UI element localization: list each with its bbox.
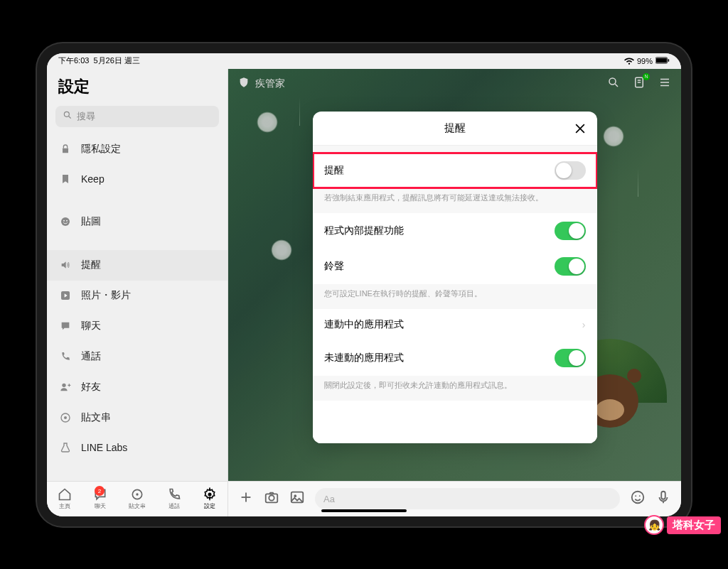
status-time: 下午6:03 <box>58 55 89 66</box>
svg-rect-35 <box>661 492 665 499</box>
search-icon <box>63 110 73 122</box>
smile-icon <box>60 216 73 227</box>
notifications-modal: 提醒 提醒 若強制結束應用程式，提醒訊息將有可能延遲送達或 <box>313 112 597 443</box>
wifi-icon <box>624 55 634 67</box>
sidebar-list[interactable]: 隱私設定 Keep 貼圖 提醒 <box>47 134 228 481</box>
modal-header: 提醒 <box>313 112 597 146</box>
modal-hint: 若強制結束應用程式，提醒訊息將有可能延遲送達或無法接收。 <box>313 188 597 213</box>
battery-percent: 99% <box>637 57 653 65</box>
status-date: 5月26日 週三 <box>93 55 139 66</box>
svg-point-33 <box>635 495 636 497</box>
main-area: 設定 搜尋 隱私設定 Keep <box>47 69 681 481</box>
tab-chat[interactable]: 2 聊天 <box>93 487 107 510</box>
tab-label: 通話 <box>168 502 180 510</box>
tab-settings[interactable]: 設定 <box>203 487 217 510</box>
lock-icon <box>60 143 73 155</box>
modal-row-inapp: 程式內部提醒功能 <box>313 213 597 249</box>
speaker-icon <box>60 259 73 271</box>
mic-icon[interactable] <box>655 489 671 508</box>
tab-timeline[interactable]: 貼文串 <box>129 487 146 510</box>
sidebar-label: 照片・影片 <box>81 289 131 302</box>
sound-toggle[interactable] <box>555 257 586 276</box>
settings-sidebar: 設定 搜尋 隱私設定 Keep <box>47 69 228 481</box>
close-icon[interactable] <box>573 121 587 136</box>
search-placeholder: 搜尋 <box>77 110 95 123</box>
tab-label: 貼文串 <box>129 502 146 510</box>
chat-badge: 2 <box>95 486 105 496</box>
flask-icon <box>60 442 73 453</box>
input-placeholder: Aa <box>323 494 335 504</box>
plus-icon[interactable] <box>238 489 254 508</box>
row-label: 鈴聲 <box>324 260 344 273</box>
modal-row-sound: 鈴聲 <box>313 249 597 284</box>
sidebar-label: LINE Labs <box>81 442 127 453</box>
sidebar-label: 貼文串 <box>81 411 111 424</box>
sidebar-title: 設定 <box>47 69 228 102</box>
sidebar-label: 通話 <box>81 350 101 363</box>
sidebar-item-stickers[interactable]: 貼圖 <box>47 207 228 237</box>
tab-label: 聊天 <box>95 502 106 510</box>
watermark-avatar: 👧 <box>644 515 664 535</box>
tab-label: 主頁 <box>59 502 70 510</box>
ipad-frame: 下午6:03 5月26日 週三 99% 設定 搜尋 <box>37 43 691 526</box>
watermark: 👧 塔科女子 <box>644 515 721 535</box>
chat-icon <box>60 320 73 332</box>
home-indicator[interactable] <box>321 509 407 512</box>
modal-title: 提醒 <box>444 121 466 135</box>
svg-point-8 <box>66 220 68 221</box>
sidebar-item-notifications[interactable]: 提醒 <box>47 250 228 281</box>
tab-call[interactable]: 通話 <box>167 487 181 510</box>
svg-rect-5 <box>63 148 68 153</box>
svg-rect-2 <box>668 59 670 61</box>
sidebar-item-media[interactable]: 照片・影片 <box>47 281 228 311</box>
ipad-screen: 下午6:03 5月26日 週三 99% 設定 搜尋 <box>47 53 681 516</box>
row-label: 提醒 <box>324 164 344 177</box>
play-icon <box>60 290 73 301</box>
image-icon[interactable] <box>289 489 305 508</box>
svg-point-12 <box>64 416 67 419</box>
row-label: 未連動的應用程式 <box>324 352 404 364</box>
modal-row-notifications: 提醒 <box>313 153 597 188</box>
svg-point-24 <box>136 493 138 495</box>
modal-row-unlinked-apps: 未連動的應用程式 <box>313 340 597 376</box>
battery-icon <box>655 57 670 65</box>
sidebar-label: 聊天 <box>81 320 101 332</box>
chat-area: 疾管家 <box>228 69 681 481</box>
tab-home[interactable]: 主頁 <box>58 487 72 510</box>
sidebar-item-chat[interactable]: 聊天 <box>47 311 228 342</box>
svg-line-4 <box>69 116 71 119</box>
emoji-icon[interactable] <box>630 489 646 508</box>
message-input[interactable]: Aa <box>315 488 620 509</box>
modal-overlay: 提醒 提醒 若強制結束應用程式，提醒訊息將有可能延遲送達或 <box>228 69 681 481</box>
sidebar-label: 好友 <box>81 381 101 394</box>
sidebar-item-keep[interactable]: Keep <box>47 165 228 194</box>
modal-row-linked-apps[interactable]: 連動中的應用程式 › <box>313 309 597 340</box>
svg-point-10 <box>62 383 65 386</box>
svg-point-31 <box>294 494 296 497</box>
sidebar-label: 貼圖 <box>81 215 101 228</box>
sidebar-item-timeline[interactable]: 貼文串 <box>47 403 228 433</box>
sidebar-item-friends[interactable]: 好友 <box>47 372 228 403</box>
row-label: 連動中的應用程式 <box>324 318 404 331</box>
sidebar-label: Keep <box>81 173 105 185</box>
status-bar: 下午6:03 5月26日 週三 99% <box>47 53 681 69</box>
svg-point-34 <box>639 495 641 497</box>
camera-icon[interactable] <box>264 489 279 508</box>
svg-point-32 <box>632 492 644 504</box>
search-input[interactable]: 搜尋 <box>55 106 219 127</box>
sidebar-item-privacy[interactable]: 隱私設定 <box>47 134 228 165</box>
notifications-toggle[interactable] <box>555 161 586 180</box>
inapp-toggle[interactable] <box>555 222 586 240</box>
svg-point-6 <box>61 217 70 226</box>
sidebar-item-labs[interactable]: LINE Labs <box>47 433 228 462</box>
svg-point-7 <box>63 220 65 221</box>
modal-body: 提醒 若強制結束應用程式，提醒訊息將有可能延遲送達或無法接收。 程式內部提醒功能 <box>313 146 597 443</box>
sidebar-item-call[interactable]: 通話 <box>47 342 228 372</box>
bookmark-icon <box>60 173 73 185</box>
unlinked-toggle[interactable] <box>555 349 586 367</box>
phone-icon <box>60 351 73 362</box>
svg-point-29 <box>269 495 274 500</box>
sidebar-label: 提醒 <box>81 259 101 271</box>
svg-rect-1 <box>656 58 667 63</box>
watermark-text: 塔科女子 <box>667 516 721 534</box>
